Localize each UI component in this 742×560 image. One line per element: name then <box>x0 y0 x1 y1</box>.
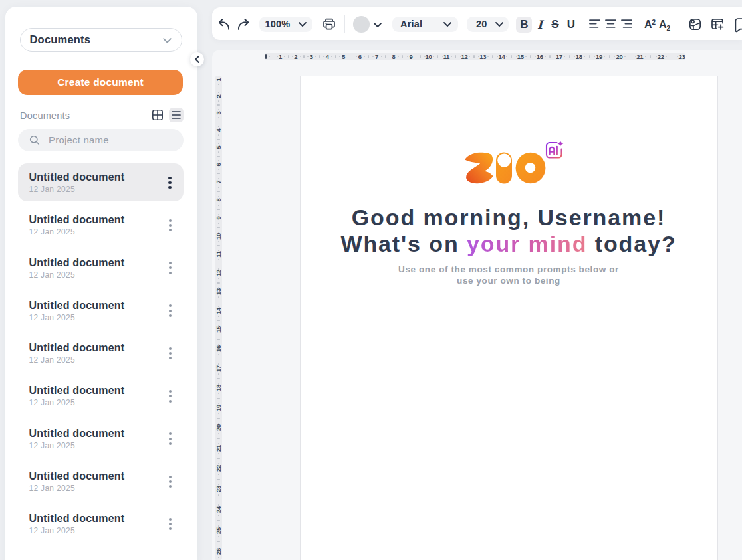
ruler-tick <box>217 541 220 542</box>
ruler-dot <box>218 151 219 153</box>
document-list-item[interactable]: Untitled document 12 Jan 2025 <box>18 249 184 287</box>
vertical-ruler[interactable]: 1234567891011121314151617181920212223242… <box>215 76 222 560</box>
comments-button[interactable] <box>735 18 742 33</box>
ruler-dot <box>218 474 219 475</box>
ruler-number: 12 <box>461 54 468 60</box>
underline-button[interactable]: U <box>563 17 579 33</box>
ruler-number: 3 <box>310 54 313 60</box>
ruler-dot <box>277 56 278 58</box>
subscript-button[interactable]: A2 <box>659 19 670 32</box>
document-menu-button[interactable] <box>167 304 173 317</box>
ruler-dot <box>624 56 626 58</box>
document-list-item[interactable]: Untitled document 12 Jan 2025 <box>18 377 184 415</box>
document-list-item[interactable]: Untitled document 12 Jan 2025 <box>18 505 184 543</box>
document-menu-button[interactable] <box>167 390 173 403</box>
ruler-dot <box>469 56 471 58</box>
ruler-margin-marker[interactable] <box>265 54 267 59</box>
workspace-selector[interactable]: Documents <box>20 28 182 52</box>
list-view-button[interactable] <box>169 108 184 122</box>
document-date: 12 Jan 2025 <box>29 227 75 236</box>
align-left-button[interactable] <box>586 15 602 31</box>
document-date: 12 Jan 2025 <box>29 484 75 493</box>
print-icon <box>323 18 335 30</box>
kebab-dot <box>169 304 172 307</box>
ruler-tick <box>352 55 352 58</box>
subtitle-line1: Use one of the most common prompts below… <box>398 264 619 274</box>
kebab-dot <box>169 518 172 521</box>
ruler-number: 8 <box>392 54 396 60</box>
horizontal-ruler[interactable]: 1234567891011121314151617181920212223 <box>265 53 686 60</box>
zoom-value: 100% <box>265 19 291 29</box>
superscript-base: A <box>644 19 652 30</box>
document-menu-button[interactable] <box>167 432 173 445</box>
kebab-dot <box>169 390 172 393</box>
ruler-tick <box>217 88 220 88</box>
document-page[interactable]: Good morning, Username! What's on your m… <box>300 76 718 560</box>
ruler-dot <box>398 56 400 58</box>
kebab-dot <box>169 352 172 355</box>
ruler-dot <box>218 413 219 415</box>
text-color-dropdown[interactable] <box>373 22 382 29</box>
ruler-number: 2 <box>215 92 222 100</box>
ruler-dot <box>331 56 332 58</box>
strikethrough-button[interactable]: S <box>547 17 563 33</box>
document-list-item[interactable]: Untitled document 12 Jan 2025 <box>18 163 184 201</box>
create-document-button[interactable]: Create document <box>18 70 183 96</box>
ruler-number: 17 <box>556 54 562 60</box>
search-input[interactable] <box>49 134 168 145</box>
search-box <box>18 129 184 151</box>
document-date: 12 Jan 2025 <box>29 398 75 407</box>
document-list-item[interactable]: Untitled document 12 Jan 2025 <box>18 292 184 329</box>
zoom-dropdown[interactable]: 100% <box>259 17 313 33</box>
redo-button[interactable] <box>237 18 249 30</box>
ruler-dot <box>218 223 219 224</box>
ruler-dot <box>218 169 219 171</box>
kebab-dot <box>169 314 172 317</box>
document-menu-button[interactable] <box>167 476 173 488</box>
document-menu-button[interactable] <box>167 177 173 189</box>
document-menu-button[interactable] <box>167 262 173 274</box>
document-list-item[interactable]: Untitled document 12 Jan 2025 <box>18 420 184 458</box>
ruler-dot <box>218 278 219 279</box>
font-size-dropdown[interactable]: 20 <box>467 17 509 33</box>
ruler-dot <box>666 56 668 58</box>
kebab-dot <box>169 485 172 488</box>
ruler-number: 9 <box>410 54 413 60</box>
document-menu-button[interactable] <box>167 347 173 360</box>
kebab-dot <box>169 347 172 350</box>
document-menu-button[interactable] <box>167 518 173 531</box>
document-menu-button[interactable] <box>167 219 173 232</box>
insert-image-button[interactable] <box>689 19 701 30</box>
ruler-number: 22 <box>215 465 222 472</box>
text-color-button[interactable] <box>353 16 370 33</box>
italic-button[interactable]: I <box>532 17 548 33</box>
ruler-tick <box>217 479 220 480</box>
ruler-dot <box>218 205 219 206</box>
grid-view-button[interactable] <box>150 108 165 122</box>
kebab-dot <box>169 262 172 264</box>
superscript-button[interactable]: A2 <box>644 19 656 31</box>
align-right-button[interactable] <box>618 15 634 31</box>
document-title: Untitled document <box>29 470 125 482</box>
align-center-button[interactable] <box>602 15 618 31</box>
ruler-dot <box>451 56 452 58</box>
kebab-dot <box>169 219 172 222</box>
document-list-item[interactable]: Untitled document 12 Jan 2025 <box>18 462 184 500</box>
ruler-dot <box>614 56 616 58</box>
ruler-dot <box>594 56 595 58</box>
insert-table-button[interactable] <box>711 17 725 31</box>
document-list-item[interactable]: Untitled document 12 Jan 2025 <box>18 334 184 372</box>
bold-button[interactable]: B <box>516 17 532 33</box>
greeting-line2-prefix: What's on <box>340 231 467 256</box>
undo-button[interactable] <box>218 18 230 30</box>
font-family-dropdown[interactable]: Arial <box>392 17 458 33</box>
ruler-number: 5 <box>342 54 345 60</box>
print-button[interactable] <box>322 17 336 31</box>
ruler-dot <box>407 56 408 58</box>
document-list-item[interactable]: Untitled document 12 Jan 2025 <box>18 206 184 244</box>
ruler-tick <box>473 55 474 58</box>
color-swatch <box>353 16 370 33</box>
ruler-number: 14 <box>215 307 222 314</box>
ruler-number: 18 <box>576 54 582 60</box>
sidebar-collapse-button[interactable] <box>190 52 204 66</box>
